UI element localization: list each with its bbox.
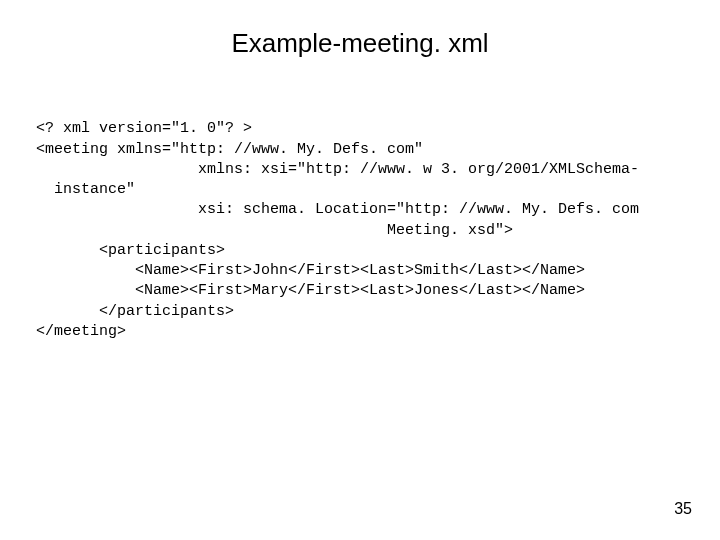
code-line: </participants>	[36, 303, 234, 320]
code-line: Meeting. xsd">	[36, 222, 513, 239]
code-line: </meeting>	[36, 323, 126, 340]
code-line: instance"	[36, 181, 135, 198]
code-line: <? xml version="1. 0"? >	[36, 120, 252, 137]
slide-title: Example-meeting. xml	[0, 28, 720, 59]
code-line: <meeting xmlns="http: //www. My. Defs. c…	[36, 141, 423, 158]
page-number: 35	[674, 500, 692, 518]
code-line: <Name><First>Mary</First><Last>Jones</La…	[36, 282, 585, 299]
code-line: <participants>	[36, 242, 225, 259]
code-line: xsi: schema. Location="http: //www. My. …	[36, 201, 639, 218]
code-line: <Name><First>John</First><Last>Smith</La…	[36, 262, 585, 279]
code-block: <? xml version="1. 0"? > <meeting xmlns=…	[36, 99, 720, 342]
code-line: xmlns: xsi="http: //www. w 3. org/2001/X…	[36, 161, 639, 178]
